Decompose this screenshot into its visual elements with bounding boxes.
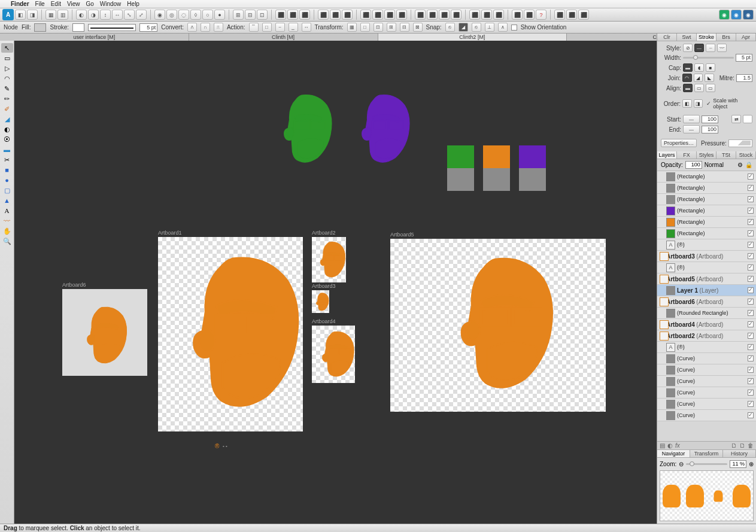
convert-sharp-icon[interactable]: /\ <box>187 23 197 32</box>
picker-tool-icon[interactable]: ⦿ <box>1 135 13 144</box>
stroke-style[interactable] <box>88 24 136 31</box>
nav-preview[interactable] <box>660 470 754 521</box>
rounded-tool-icon[interactable]: ▢ <box>1 186 13 195</box>
swatch-purple[interactable] <box>519 145 546 168</box>
layer-row[interactable]: ▶Artboard5 (Artboard) <box>657 273 756 285</box>
align-center-icon[interactable]: ▬ <box>683 84 693 92</box>
toolbar-btn[interactable]: ▥ <box>57 10 68 20</box>
toolbar-btn[interactable]: ◐ <box>76 10 87 20</box>
width-value[interactable]: 5 pt <box>736 54 752 62</box>
align-inside-icon[interactable]: ▭ <box>694 84 704 92</box>
insert-icon[interactable]: ⬛ <box>566 10 577 20</box>
snap-icon[interactable]: ⬛ <box>427 10 438 20</box>
tab-appearance[interactable]: Apr <box>736 34 756 41</box>
toolbar-btn[interactable]: ⊡ <box>257 10 268 20</box>
transform-icon[interactable]: ⊠ <box>413 23 423 32</box>
persona-icon[interactable]: ◉ <box>731 10 742 20</box>
node-tool-icon[interactable]: ▷ <box>1 63 13 73</box>
rectangle-tool-icon[interactable]: ■ <box>1 165 13 175</box>
action-reverse-icon[interactable]: ↔ <box>302 23 311 32</box>
help-icon[interactable]: ? <box>536 10 546 20</box>
canvas-face-green[interactable] <box>266 83 338 175</box>
tab-layers[interactable]: Layers <box>657 151 677 159</box>
transform-icon[interactable]: ⊡ <box>374 23 383 32</box>
gear-icon[interactable]: ⚙ <box>737 162 743 168</box>
cap-butt-icon[interactable]: ▬ <box>683 63 693 72</box>
tab-transform[interactable]: Transform <box>690 450 723 457</box>
snap-icon[interactable]: ⬛ <box>439 10 450 20</box>
toolbar-btn[interactable]: ◉ <box>154 10 165 20</box>
layer-row[interactable]: ▶Artboard6 (Artboard) <box>657 296 756 308</box>
width-slider[interactable] <box>683 57 734 59</box>
visibility-toggle[interactable] <box>748 265 754 270</box>
menu-edit[interactable]: Edit <box>51 1 61 7</box>
zoom-in-icon[interactable]: ⊕ <box>749 461 754 467</box>
fx-icon[interactable]: fx <box>675 442 680 449</box>
insert-icon[interactable]: ⬛ <box>554 10 565 20</box>
align-bottom-icon[interactable]: ⬛ <box>342 10 353 20</box>
toolbar-btn[interactable]: ◎ <box>166 10 177 20</box>
visibility-toggle[interactable] <box>748 321 754 327</box>
spacing-h-icon[interactable]: ⬛ <box>384 10 395 20</box>
ellipse-tool-icon[interactable]: ● <box>1 175 13 185</box>
order-behind-icon[interactable]: ◧ <box>682 99 692 108</box>
tab-text-styles[interactable]: TSt <box>716 151 736 159</box>
layer-row[interactable]: (Rectangle) <box>657 228 756 239</box>
layer-row[interactable]: (Curve) <box>657 364 756 376</box>
boolean-icon[interactable]: ⬛ <box>481 10 492 20</box>
stroke-swatch[interactable] <box>72 23 84 32</box>
layer-row[interactable]: (Rectangle) <box>657 171 756 183</box>
style-dash-icon[interactable]: ┄ <box>706 44 715 52</box>
swatch-green[interactable] <box>447 145 474 168</box>
tab-stock[interactable]: Stock <box>736 151 756 159</box>
layer-row[interactable]: (Curve) <box>657 353 756 364</box>
snap-icon[interactable]: ⎋ <box>472 23 481 32</box>
snap-icon[interactable]: ∧ <box>498 23 508 32</box>
swatch-orange[interactable] <box>483 145 510 168</box>
visibility-toggle[interactable] <box>748 242 754 248</box>
brush-tool-icon[interactable]: ✐ <box>1 104 13 114</box>
join-bevel-icon[interactable]: ◢ <box>694 74 703 82</box>
toolbar-btn[interactable]: ↔ <box>112 10 123 20</box>
insert-icon[interactable]: ⬛ <box>578 10 589 20</box>
align-middle-icon[interactable]: ⬛ <box>330 10 341 20</box>
transform-icon[interactable]: ▦ <box>347 23 357 32</box>
swatch-grey[interactable] <box>519 168 546 191</box>
order-front-icon[interactable]: ◨ <box>694 99 703 108</box>
visibility-toggle[interactable] <box>748 299 754 305</box>
tab-brushes[interactable]: Brs <box>716 34 736 41</box>
boolean-icon[interactable]: ⬛ <box>469 10 480 20</box>
convert-smooth-icon[interactable]: ∩ <box>201 23 210 32</box>
snap-icon[interactable]: ⎋ <box>445 23 455 32</box>
doc-tab[interactable]: Clinth2 [M] <box>378 34 567 41</box>
action-break-icon[interactable]: ⎺ <box>249 23 259 32</box>
tab-color[interactable]: Clr <box>657 34 677 41</box>
artboard-4[interactable]: Artboard4 <box>312 326 355 383</box>
blend-mode[interactable]: Normal <box>705 162 735 168</box>
align-center-icon[interactable]: ⬛ <box>287 10 298 20</box>
zoom-slider[interactable] <box>686 463 727 465</box>
start-size[interactable]: 100 <box>702 115 718 123</box>
zoom-value[interactable]: 11 % <box>730 460 746 468</box>
layer-row[interactable]: ▶Artboard4 (Artboard) <box>657 319 756 330</box>
visibility-toggle[interactable] <box>748 219 754 225</box>
visibility-toggle[interactable] <box>748 287 754 293</box>
transform-icon[interactable]: ⊟ <box>400 23 409 32</box>
swatch-grey[interactable] <box>447 168 474 191</box>
fill-swatch[interactable] <box>34 23 46 32</box>
triangle-tool-icon[interactable]: ▲ <box>1 196 13 205</box>
visibility-toggle[interactable] <box>748 355 754 361</box>
toolbar-btn[interactable]: ⊞ <box>233 10 244 20</box>
visibility-toggle[interactable] <box>748 412 754 418</box>
convert-smart-icon[interactable]: ⎍ <box>214 23 223 32</box>
layer-row[interactable]: (Curve) <box>657 399 756 410</box>
show-orient-check[interactable] <box>511 25 517 31</box>
transform-icon[interactable]: □ <box>360 23 370 32</box>
pencil-tool-icon[interactable]: ✏ <box>1 94 13 104</box>
visibility-toggle[interactable] <box>748 367 754 373</box>
layer-row[interactable]: A(®) <box>657 342 756 353</box>
visibility-toggle[interactable] <box>748 230 754 236</box>
lock-icon[interactable]: 🔒 <box>745 162 752 168</box>
layer-row[interactable]: (Rectangle) <box>657 205 756 217</box>
visibility-toggle[interactable] <box>748 344 754 350</box>
